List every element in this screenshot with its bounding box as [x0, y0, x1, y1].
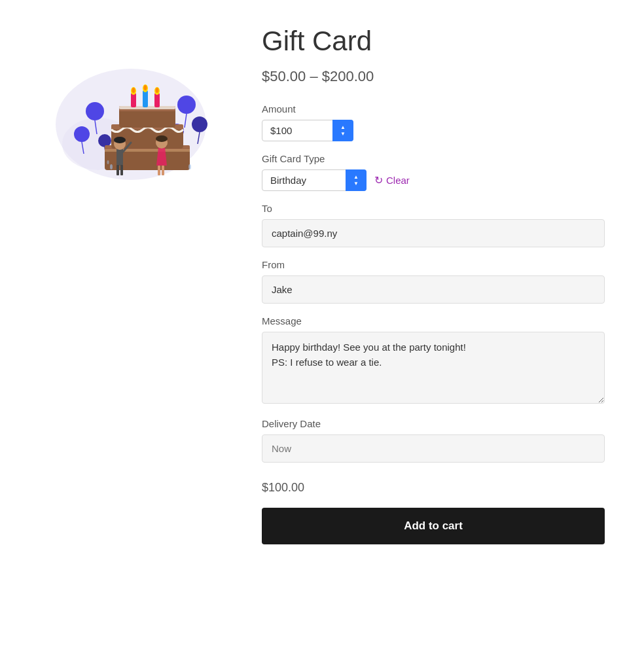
svg-point-8: [177, 96, 196, 114]
gift-type-label: Gift Card Type: [262, 153, 605, 164]
svg-point-43: [107, 160, 109, 164]
svg-rect-24: [154, 93, 160, 107]
svg-point-30: [156, 88, 159, 93]
svg-rect-23: [143, 90, 148, 107]
svg-rect-35: [120, 165, 123, 175]
add-to-cart-button[interactable]: Add to cart: [262, 508, 605, 544]
total-price: $100.00: [262, 481, 605, 495]
refresh-icon: ↻: [374, 174, 383, 186]
svg-point-38: [156, 135, 168, 142]
delivery-date-input[interactable]: [262, 434, 605, 463]
product-title: Gift Card: [262, 26, 605, 56]
message-textarea[interactable]: Happy birthday! See you at the party ton…: [262, 332, 605, 404]
product-image: [46, 39, 216, 183]
product-image-section: [39, 26, 223, 544]
price-range: $50.00 – $200.00: [262, 68, 605, 85]
gift-type-select-wrapper[interactable]: Birthday Anniversary Thank You Congratul…: [262, 169, 367, 191]
gift-type-select[interactable]: Birthday Anniversary Thank You Congratul…: [262, 169, 367, 191]
svg-point-42: [188, 164, 191, 169]
to-label: To: [262, 203, 605, 214]
from-field-group: From: [262, 259, 605, 304]
amount-select-wrapper[interactable]: $50 $100 $150 $200 ▲ ▼: [262, 120, 353, 141]
svg-point-2: [86, 102, 104, 120]
to-field-group: To: [262, 203, 605, 247]
product-section: Gift Card $50.00 – $200.00 Amount $50 $1…: [262, 26, 605, 544]
clear-button-label: Clear: [386, 175, 410, 186]
to-input[interactable]: [262, 219, 605, 247]
from-input[interactable]: [262, 275, 605, 304]
gift-type-field-group: Gift Card Type Birthday Anniversary Than…: [262, 153, 605, 191]
svg-point-10: [192, 116, 207, 132]
delivery-date-label: Delivery Date: [262, 418, 605, 429]
svg-point-41: [110, 164, 113, 169]
svg-point-28: [144, 85, 147, 90]
svg-rect-34: [116, 165, 119, 175]
amount-select[interactable]: $50 $100 $150 $200: [262, 120, 353, 141]
amount-field-group: Amount $50 $100 $150 $200 ▲ ▼: [262, 103, 605, 141]
svg-point-4: [74, 126, 90, 142]
svg-rect-40: [162, 166, 164, 175]
gift-type-row: Birthday Anniversary Thank You Congratul…: [262, 169, 605, 191]
svg-point-33: [114, 137, 126, 143]
svg-point-26: [132, 88, 135, 93]
amount-label: Amount: [262, 103, 605, 115]
delivery-date-field-group: Delivery Date: [262, 418, 605, 463]
svg-rect-31: [116, 147, 123, 166]
from-label: From: [262, 259, 605, 270]
svg-rect-22: [131, 93, 136, 107]
message-field-group: Message Happy birthday! See you at the p…: [262, 315, 605, 406]
clear-button[interactable]: ↻ Clear: [374, 171, 410, 189]
message-label: Message: [262, 315, 605, 326]
svg-rect-39: [158, 166, 160, 175]
